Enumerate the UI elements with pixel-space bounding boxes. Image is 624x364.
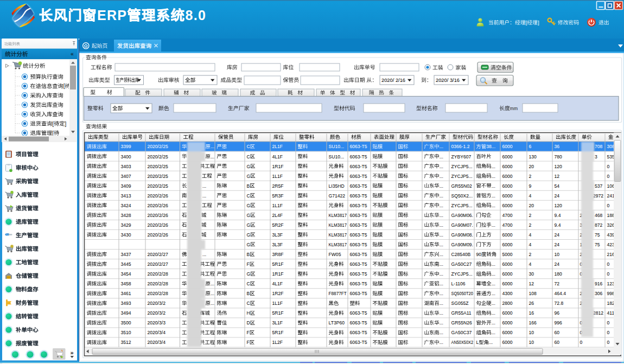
svg-text:2020/: 2020/ xyxy=(436,78,449,83)
svg-text:90: 90 xyxy=(476,252,482,257)
svg-text:9.4: 9.4 xyxy=(555,222,561,228)
svg-text:72.8: 72.8 xyxy=(555,301,564,306)
svg-text:ZYCJP5...: ZYCJP5... xyxy=(451,164,473,169)
svg-text:3403: 3403 xyxy=(121,164,131,169)
svg-text:...: ... xyxy=(202,193,206,199)
svg-text:SQ50X2...: SQ50X2... xyxy=(451,193,473,199)
svg-text:...: ... xyxy=(211,154,214,159)
svg-text:6063-T5: 6063-T5 xyxy=(350,193,367,199)
svg-text:6000: 6000 xyxy=(502,310,513,316)
svg-text:6063-T5: 6063-T5 xyxy=(350,330,367,335)
svg-text:5R1F: 5R1F xyxy=(272,261,284,267)
svg-text:3L3F: 3L3F xyxy=(272,242,283,247)
svg-text:G71422: G71422 xyxy=(329,193,346,199)
svg-text:464.4: 464.4 xyxy=(555,291,566,296)
svg-text:[: [ xyxy=(526,20,527,25)
svg-text:...: ... xyxy=(440,320,443,325)
svg-text:24: 24 xyxy=(555,193,560,199)
svg-text:2020/2/25: 2020/2/25 xyxy=(148,144,168,149)
svg-text:2020/3/2: 2020/3/2 xyxy=(148,310,166,316)
svg-text:6063-T5: 6063-T5 xyxy=(350,203,367,208)
svg-text:20: 20 xyxy=(529,164,534,169)
svg-text:LT3P60: LT3P60 xyxy=(329,320,345,325)
svg-text:537: 537 xyxy=(595,183,603,189)
svg-text:6000: 6000 xyxy=(502,193,513,199)
svg-text:...: ... xyxy=(492,271,495,277)
svg-text:3493: 3493 xyxy=(121,301,131,306)
svg-text:6063-T5: 6063-T5 xyxy=(350,144,367,149)
svg-text:...: ... xyxy=(440,164,443,169)
svg-text:...: ... xyxy=(440,261,443,267)
svg-text:1R1F: 1R1F xyxy=(272,271,284,277)
svg-text:GR55N02: GR55N02 xyxy=(451,183,472,189)
svg-text:423: 423 xyxy=(607,242,615,247)
svg-text:...: ... xyxy=(492,330,495,335)
svg-text:6063-T5: 6063-T5 xyxy=(350,222,367,228)
svg-text:3500: 3500 xyxy=(121,320,131,325)
svg-text:...: ... xyxy=(440,310,443,316)
svg-text:3437: 3437 xyxy=(121,252,131,257)
svg-text:24: 24 xyxy=(555,242,560,247)
svg-text:4L1F: 4L1F xyxy=(272,281,283,286)
svg-text:3399: 3399 xyxy=(121,144,131,149)
svg-text:2020/2/28: 2020/2/28 xyxy=(148,291,168,296)
svg-text:0366-1.2: 0366-1.2 xyxy=(451,144,470,149)
svg-text:3L3F: 3L3F xyxy=(272,232,283,238)
svg-text:2: 2 xyxy=(529,213,532,218)
svg-text:0: 0 xyxy=(607,261,610,267)
svg-text:C: C xyxy=(247,193,250,199)
svg-text:0: 0 xyxy=(607,340,610,345)
svg-text:...: ... xyxy=(440,144,443,149)
svg-text:F: F xyxy=(247,330,250,335)
svg-text:G: G xyxy=(247,164,251,169)
svg-text:2020/2/27: 2020/2/27 xyxy=(148,252,168,257)
svg-text:[: [ xyxy=(52,130,54,136)
svg-text:5R1F: 5R1F xyxy=(272,330,284,335)
svg-text:...: ... xyxy=(440,203,443,208)
svg-text:3407: 3407 xyxy=(121,174,131,179)
svg-text:F: F xyxy=(247,340,250,345)
svg-text:6000: 6000 xyxy=(502,271,513,277)
svg-text:6000: 6000 xyxy=(502,174,513,179)
svg-text:6000: 6000 xyxy=(502,164,513,169)
svg-text:«: « xyxy=(71,50,74,57)
svg-text:8.0: 8.0 xyxy=(186,8,207,23)
svg-text:...: ... xyxy=(492,164,495,169)
svg-text:...: ... xyxy=(492,261,495,267)
svg-text:2020/2/27: 2020/2/27 xyxy=(148,261,168,267)
svg-text:]: ] xyxy=(538,20,539,25)
svg-text:3R8F: 3R8F xyxy=(272,252,284,257)
svg-text:1L1F: 1L1F xyxy=(272,203,283,208)
svg-text:3430: 3430 xyxy=(121,232,131,238)
svg-text:C: C xyxy=(247,154,250,159)
svg-text:10: 10 xyxy=(529,340,534,345)
svg-text:75: 75 xyxy=(595,232,600,238)
svg-text:...: ... xyxy=(440,281,443,286)
svg-text:SU10...: SU10... xyxy=(329,154,345,159)
svg-text:780: 780 xyxy=(555,154,563,159)
svg-text:»: » xyxy=(70,349,73,356)
svg-text:5R3F: 5R3F xyxy=(272,193,284,199)
svg-text:6063-T5: 6063-T5 xyxy=(350,154,367,159)
svg-text:2R5F: 2R5F xyxy=(272,183,284,189)
svg-text:C28540B: C28540B xyxy=(451,252,471,257)
svg-text:182: 182 xyxy=(607,301,615,306)
svg-text:439: 439 xyxy=(607,232,615,238)
svg-text:10: 10 xyxy=(555,252,560,257)
svg-text:[: [ xyxy=(63,83,65,89)
svg-text:2L1F: 2L1F xyxy=(272,144,283,149)
svg-text:2020/2/25: 2020/2/25 xyxy=(148,164,168,169)
svg-text:ZYCJP5...: ZYCJP5... xyxy=(451,174,473,179)
svg-text:SG055Z: SG055Z xyxy=(451,301,469,306)
svg-text:mm: mm xyxy=(510,106,518,111)
svg-text:G: G xyxy=(247,174,251,179)
svg-text:3458: 3458 xyxy=(121,281,131,286)
svg-text:GA50C37: GA50C37 xyxy=(451,330,472,335)
svg-text:...: ... xyxy=(440,232,443,238)
svg-text:G: G xyxy=(247,213,251,218)
svg-text:16: 16 xyxy=(529,310,534,316)
svg-text:120: 120 xyxy=(555,164,563,169)
svg-text:GA50C27: GA50C27 xyxy=(451,261,472,267)
svg-text:1L2F: 1L2F xyxy=(272,340,283,345)
svg-text:6063-T5: 6063-T5 xyxy=(350,174,367,179)
